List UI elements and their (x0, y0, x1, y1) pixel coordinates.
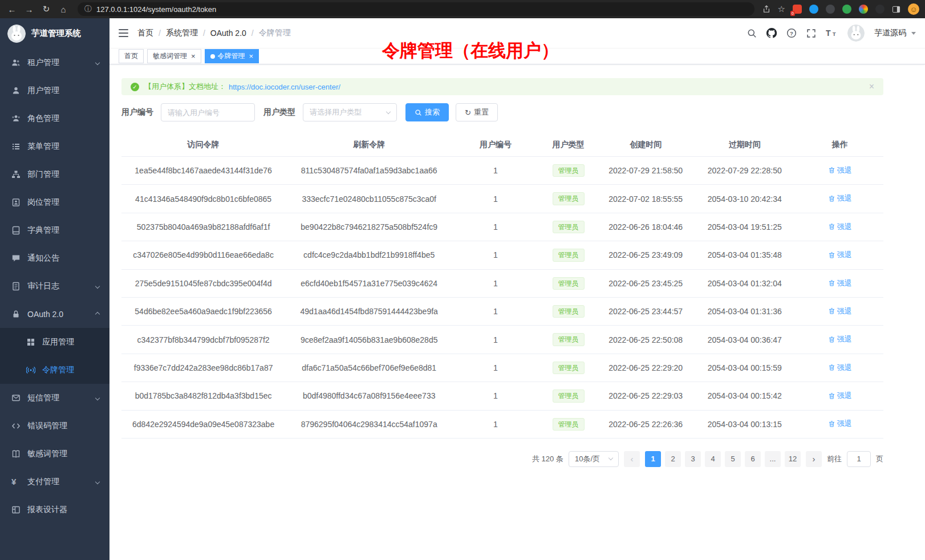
cell-user-type: 管理员 (538, 185, 599, 213)
breadcrumb-oauth2[interactable]: OAuth 2.0 (210, 29, 246, 38)
force-logout-button[interactable]: 强退 (828, 193, 852, 204)
user-avatar[interactable] (847, 25, 865, 42)
page-button-6[interactable]: 6 (745, 451, 761, 467)
force-logout-button[interactable]: 强退 (828, 334, 852, 344)
help-icon[interactable]: ? (786, 28, 797, 38)
close-icon[interactable]: × (191, 52, 196, 60)
sidebar-item-menu[interactable]: 菜单管理 (0, 132, 109, 160)
reload-icon[interactable]: ↻ (40, 4, 52, 14)
force-logout-button[interactable]: 强退 (828, 250, 852, 260)
cell-refresh-token: 333ecfc71e02480cb11055c875c3ca0f (285, 185, 453, 213)
user-type-tag: 管理员 (553, 362, 585, 374)
close-icon[interactable]: × (249, 52, 254, 60)
goto-page-input[interactable] (847, 451, 871, 467)
force-logout-button[interactable]: 强退 (828, 222, 852, 232)
sidebar-item-label: 应用管理 (42, 337, 74, 347)
chevron-down-icon[interactable] (911, 32, 916, 35)
sidebar-item-tenant[interactable]: 租户管理 (0, 48, 109, 76)
sidebar-item-oauth2[interactable]: OAuth 2.0 (0, 300, 109, 328)
sidebar-item-sensitive-word[interactable]: 敏感词管理 (0, 440, 109, 468)
table-row: 1ea5e44f8bc1467aaede43144f31de76811c5304… (121, 157, 883, 185)
extension-blue-icon[interactable] (809, 5, 818, 14)
cell-user-id: 1 (453, 326, 538, 354)
cell-access-token: c342377bf8b344799dcbf7bf095287f2 (121, 326, 285, 354)
sidebar-item-user[interactable]: 用户管理 (0, 76, 109, 104)
fullscreen-icon[interactable] (806, 29, 816, 38)
breadcrumb-system[interactable]: 系统管理 (166, 28, 198, 38)
user-type-select[interactable]: 请选择用户类型 (303, 103, 397, 121)
extension-dark-icon[interactable] (826, 5, 835, 14)
cell-user-type: 管理员 (538, 157, 599, 185)
page-button-2[interactable]: 2 (665, 451, 681, 467)
page-button-5[interactable]: 5 (725, 451, 741, 467)
reset-button[interactable]: ↻ 重置 (456, 103, 498, 121)
extension-colorful-icon[interactable] (859, 5, 868, 14)
sidebar-item-sms[interactable]: 短信管理 (0, 384, 109, 412)
cell-create-time: 2022-07-29 21:58:50 (598, 157, 693, 185)
dict-icon (11, 226, 21, 235)
tab-sensitive-word[interactable]: 敏感词管理× (147, 49, 201, 63)
sidebar-item-dept[interactable]: 部门管理 (0, 160, 109, 188)
sidebar-item-pay[interactable]: ¥支付管理 (0, 468, 109, 496)
sidebar-item-error-code[interactable]: 错误码管理 (0, 412, 109, 440)
next-page-button[interactable]: › (806, 451, 822, 467)
chevron-down-icon (95, 479, 100, 484)
back-icon[interactable]: ← (6, 5, 18, 14)
column-header-access-token: 访问令牌 (121, 133, 285, 157)
page-button-3[interactable]: 3 (685, 451, 701, 467)
tab-token[interactable]: 令牌管理× (205, 49, 259, 63)
forward-icon[interactable]: → (23, 5, 35, 14)
sidebar-item-role[interactable]: 角色管理 (0, 104, 109, 132)
browser-profile-avatar[interactable]: ☺ (908, 3, 919, 15)
site-info-icon[interactable]: ⓘ (84, 4, 92, 14)
url-bar[interactable]: ⓘ 127.0.0.1:1024/system/oauth2/token (78, 2, 754, 16)
user-id-input[interactable] (161, 103, 255, 121)
breadcrumb-home[interactable]: 首页 (137, 28, 153, 38)
sidebar-item-audit-log[interactable]: 审计日志 (0, 272, 109, 300)
force-logout-button[interactable]: 强退 (828, 391, 852, 401)
sidebar-item-notice[interactable]: 通知公告 (0, 244, 109, 272)
sidebar-item-oauth2-token[interactable]: 令牌管理 (0, 356, 109, 384)
active-dot-icon (210, 54, 215, 59)
alert-close-icon[interactable]: × (869, 82, 874, 92)
tab-home[interactable]: 首页 (119, 49, 144, 63)
table-row: c342377bf8b344799dcbf7bf095287f29ce8ef2a… (121, 326, 883, 354)
extension-green-icon[interactable] (842, 5, 851, 14)
hamburger-icon[interactable] (119, 29, 128, 37)
errcode-icon (11, 421, 21, 431)
sidebar-item-dict[interactable]: 字典管理 (0, 216, 109, 244)
page-size-select[interactable]: 10条/页 (569, 451, 619, 467)
search-button[interactable]: 搜索 (405, 103, 449, 121)
home-icon[interactable]: ⌂ (57, 5, 70, 14)
topbar: 首页/系统管理/OAuth 2.0/令牌管理 ? TT (109, 18, 925, 48)
share-icon[interactable] (762, 5, 770, 13)
font-size-icon[interactable]: TT (826, 29, 838, 38)
app-logo[interactable]: 芋道管理系统 (0, 18, 109, 48)
force-logout-button[interactable]: 强退 (828, 165, 852, 176)
word-icon (11, 449, 21, 458)
force-logout-button[interactable]: 强退 (828, 419, 852, 429)
sidebar-panel-icon[interactable] (892, 5, 900, 14)
alert-doc-link[interactable]: https://doc.iocoder.cn/user-center/ (229, 83, 340, 91)
sidebar-item-post[interactable]: 岗位管理 (0, 188, 109, 216)
force-logout-button[interactable]: 强退 (828, 306, 852, 316)
page-ellipsis[interactable]: ... (765, 451, 781, 467)
app-window: 芋道管理系统 租户管理用户管理角色管理菜单管理部门管理岗位管理字典管理通知公告审… (0, 18, 925, 560)
extension-adblock-icon[interactable]: 0 (793, 5, 802, 14)
sidebar-item-oauth2-app[interactable]: 应用管理 (0, 328, 109, 356)
search-icon[interactable] (747, 29, 757, 38)
page-button-12[interactable]: 12 (785, 451, 801, 467)
user-name[interactable]: 芋道源码 (874, 28, 906, 38)
page-button-1[interactable]: 1 (645, 451, 661, 467)
force-logout-button[interactable]: 强退 (828, 278, 852, 289)
sidebar-menu: 租户管理用户管理角色管理菜单管理部门管理岗位管理字典管理通知公告审计日志OAut… (0, 48, 109, 524)
force-logout-button[interactable]: 强退 (828, 363, 852, 373)
bookmark-star-icon[interactable]: ☆ (778, 4, 785, 14)
cell-refresh-token: 49d1aa46d1454fbd87591444423be9fa (285, 297, 453, 325)
prev-page-button[interactable]: ‹ (624, 451, 640, 467)
page-button-4[interactable]: 4 (705, 451, 721, 467)
sidebar-item-report-designer[interactable]: 报表设计器 (0, 496, 109, 524)
extension-badge: 0 (790, 11, 795, 16)
extension-paw-icon[interactable] (875, 5, 885, 14)
github-icon[interactable] (766, 28, 777, 38)
